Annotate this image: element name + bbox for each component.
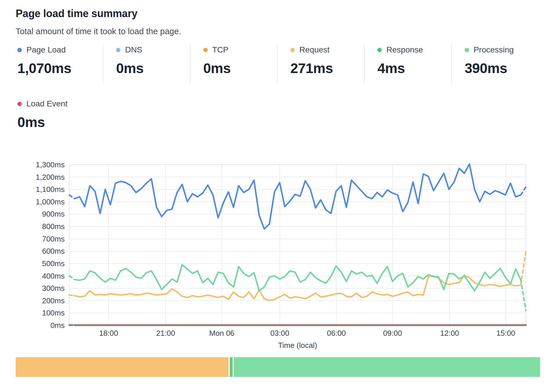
- line-chart-canvas[interactable]: 0ms100ms200ms300ms400ms500ms600ms700ms80…: [0, 157, 554, 354]
- metric-load-event: Load Event 0ms: [16, 98, 68, 138]
- metric-processing: Processing 390ms: [451, 44, 538, 84]
- metric-value: 0ms: [116, 60, 190, 76]
- metric-label: Page Load: [26, 45, 66, 55]
- bar-segment: [230, 357, 233, 377]
- series-page-load: [75, 164, 521, 229]
- y-axis-tick-label: 1,100ms: [36, 185, 65, 194]
- metric-request: Request 271ms: [277, 44, 364, 84]
- y-axis-tick-label: 800ms: [42, 222, 65, 231]
- processing-legend-dot: [465, 48, 469, 52]
- page-title: Page load time summary: [16, 8, 181, 20]
- series-request: [75, 275, 521, 300]
- metrics-summary-row-2: Load Event 0ms: [16, 98, 68, 138]
- page-load-legend-dot: [17, 48, 22, 52]
- y-axis-tick-label: 400ms: [42, 272, 65, 280]
- y-axis-tick-label: 500ms: [42, 259, 65, 268]
- y-axis-tick-label: 1,300ms: [36, 160, 65, 169]
- metric-value: 4ms: [377, 60, 451, 76]
- x-axis-tick-label: 15:00: [496, 329, 515, 337]
- bar-segment: [234, 357, 540, 377]
- metrics-summary-row: Page Load 1,070ms DNS 0ms TCP 0ms Reques…: [16, 44, 538, 84]
- load-event-legend-dot: [17, 102, 22, 106]
- y-axis-tick-label: 300ms: [42, 284, 65, 293]
- x-axis-tick-label: 09:00: [383, 329, 402, 337]
- x-axis-tick-label: 12:00: [440, 329, 459, 337]
- dns-legend-dot: [116, 48, 120, 52]
- metric-value: 0ms: [203, 60, 277, 76]
- series-request: [69, 295, 75, 296]
- page-subtitle: Total amount of time it took to load the…: [16, 27, 181, 36]
- y-axis-tick-label: 0ms: [50, 321, 65, 330]
- metric-response: Response 4ms: [364, 44, 451, 84]
- metric-label: TCP: [212, 45, 229, 55]
- y-axis-tick-label: 600ms: [42, 247, 65, 255]
- y-axis-tick-label: 200ms: [42, 296, 65, 305]
- x-axis-tick-label: 21:00: [156, 329, 175, 337]
- load-time-chart[interactable]: 0ms100ms200ms300ms400ms500ms600ms700ms80…: [0, 157, 554, 354]
- series-processing: [75, 265, 521, 291]
- y-axis-tick-label: 1,000ms: [36, 197, 65, 206]
- panel-header: Page load time summary Total amount of t…: [16, 8, 181, 36]
- y-axis-tick-label: 900ms: [42, 210, 65, 218]
- metric-value: 0ms: [17, 114, 68, 130]
- x-axis-tick-label: Mon 06: [209, 329, 234, 337]
- metric-value: 271ms: [290, 60, 364, 76]
- metric-tcp: TCP 0ms: [190, 44, 277, 84]
- response-legend-dot: [377, 48, 382, 52]
- x-axis-tick-label: 03:00: [270, 329, 289, 337]
- y-axis-tick-label: 100ms: [42, 308, 65, 317]
- x-axis-title: Time (local): [278, 341, 317, 350]
- metric-value: 1,070ms: [17, 60, 103, 76]
- tcp-legend-dot: [203, 48, 208, 52]
- metric-label: Response: [386, 45, 423, 55]
- x-axis-tick-label: 06:00: [327, 329, 346, 337]
- y-axis-tick-label: 1,200ms: [36, 173, 65, 182]
- metric-label: DNS: [125, 45, 142, 55]
- x-axis-tick-label: 18:00: [99, 329, 118, 337]
- request-legend-dot: [290, 48, 295, 52]
- metric-page-load: Page Load 1,070ms: [16, 44, 103, 84]
- series-page-load: [69, 195, 75, 199]
- metric-label: Request: [299, 45, 329, 55]
- metric-label: Load Event: [26, 99, 68, 108]
- y-axis-tick-label: 700ms: [42, 235, 65, 243]
- metric-value: 390ms: [465, 60, 538, 76]
- bar-segment: [16, 357, 229, 377]
- series-page-load: [521, 187, 526, 195]
- series-processing: [69, 276, 75, 280]
- timeline-breakdown-bar: [16, 357, 540, 377]
- metric-label: Processing: [474, 45, 514, 55]
- metric-dns: DNS 0ms: [103, 44, 190, 84]
